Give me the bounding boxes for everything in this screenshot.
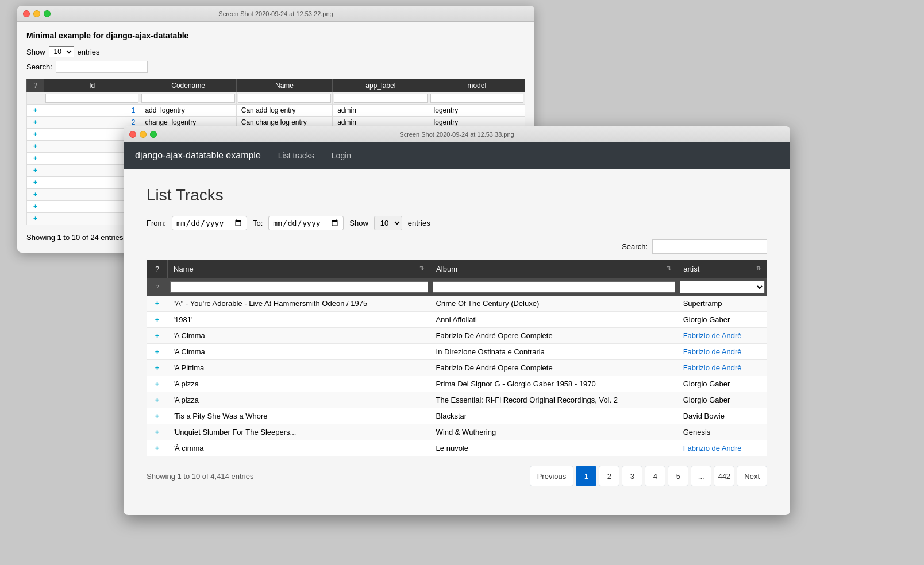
track-name-cell-6: 'A pizza bbox=[168, 392, 430, 408]
plus-btn-back-5[interactable]: + bbox=[27, 165, 44, 177]
next-btn-front[interactable]: Next bbox=[737, 466, 767, 486]
pagination-large: Previous 1 2 3 4 5 ... 442 Next bbox=[530, 466, 767, 486]
album-cell-7: Blackstar bbox=[430, 408, 677, 424]
filter-id-input[interactable] bbox=[45, 94, 138, 103]
album-cell-9: Le nuvole bbox=[430, 440, 677, 456]
artist-cell-text-6: Giorgio Gaber bbox=[683, 396, 730, 404]
maximize-button-front[interactable] bbox=[150, 131, 157, 138]
main-filter-artist-cell bbox=[677, 278, 767, 296]
maximize-button-back[interactable] bbox=[44, 10, 51, 17]
filter-model-input[interactable] bbox=[430, 94, 523, 103]
plus-btn-main-3[interactable]: + bbox=[147, 344, 168, 360]
album-col-header[interactable]: Album ⇅ bbox=[430, 260, 677, 278]
close-button-back[interactable] bbox=[23, 10, 30, 17]
plus-btn-back-2[interactable]: + bbox=[27, 129, 44, 141]
artist-link-2[interactable]: Fabrizio de Andrè bbox=[683, 331, 742, 340]
main-table-row: + 'A pizza Prima Del Signor G - Giorgio … bbox=[147, 376, 767, 392]
table-row: + 1 add_logentry Can add log entry admin… bbox=[27, 105, 525, 117]
main-table-row: + 'Tis a Pity She Was a Whore Blackstar … bbox=[147, 408, 767, 424]
nav-link-list-tracks[interactable]: List tracks bbox=[278, 151, 314, 160]
name-col-header-front[interactable]: Name ⇅ bbox=[168, 260, 430, 278]
close-button-front[interactable] bbox=[129, 131, 136, 138]
main-table-row: + 'A pizza The Essential: Ri-Fi Record O… bbox=[147, 392, 767, 408]
plus-btn-back-6[interactable]: + bbox=[27, 177, 44, 189]
main-filter-artist-select[interactable] bbox=[680, 281, 765, 293]
track-name-cell-2: 'A Cimma bbox=[168, 328, 430, 344]
plus-btn-main-9[interactable]: + bbox=[147, 440, 168, 456]
main-filter-q-cell: ? bbox=[147, 278, 168, 296]
showing-text-back: Showing 1 to 10 of 24 entries bbox=[26, 233, 123, 242]
track-name-cell-3: 'A Cimma bbox=[168, 344, 430, 360]
track-name-cell-0: "A" - You're Adorable - Live At Hammersm… bbox=[168, 296, 430, 312]
filter-codename-input[interactable] bbox=[141, 94, 234, 103]
prev-btn-front[interactable]: Previous bbox=[530, 466, 574, 486]
page-btn-2[interactable]: 2 bbox=[599, 466, 619, 486]
page-btn-ellipsis: ... bbox=[691, 466, 711, 486]
main-table-row: + '1981' Anni Affollati Giorgio Gaber bbox=[147, 312, 767, 328]
to-date-input[interactable] bbox=[268, 216, 344, 230]
plus-btn-back-0[interactable]: + bbox=[27, 105, 44, 117]
main-filter-row: ? bbox=[147, 278, 767, 296]
entries-label-front: entries bbox=[408, 219, 430, 227]
search-input-front[interactable] bbox=[652, 239, 767, 254]
album-cell-3: In Direzione Ostinata e Contraria bbox=[430, 344, 677, 360]
page-btn-4[interactable]: 4 bbox=[645, 466, 665, 486]
artist-link-3[interactable]: Fabrizio de Andrè bbox=[683, 347, 742, 356]
plus-btn-main-4[interactable]: + bbox=[147, 360, 168, 376]
artist-cell-9: Fabrizio de Andrè bbox=[677, 440, 767, 456]
artist-cell-1: Giorgio Gaber bbox=[677, 312, 767, 328]
page-btn-442[interactable]: 442 bbox=[714, 466, 734, 486]
applabel-cell-0: admin bbox=[333, 105, 429, 117]
search-input-back[interactable] bbox=[56, 61, 148, 73]
artist-cell-2: Fabrizio de Andrè bbox=[677, 328, 767, 344]
plus-btn-main-7[interactable]: + bbox=[147, 408, 168, 424]
plus-btn-main-0[interactable]: + bbox=[147, 296, 168, 312]
plus-btn-back-3[interactable]: + bbox=[27, 141, 44, 153]
model-col-header: model bbox=[429, 79, 525, 92]
artist-cell-text-7: David Bowie bbox=[683, 412, 725, 420]
plus-btn-back-1[interactable]: + bbox=[27, 117, 44, 129]
minimize-button-back[interactable] bbox=[33, 10, 40, 17]
window-front: Screen Shot 2020-09-24 at 12.53.38.png d… bbox=[124, 126, 790, 515]
plus-btn-back-7[interactable]: + bbox=[27, 189, 44, 201]
artist-cell-text-8: Genesis bbox=[683, 428, 711, 436]
main-filter-album-input[interactable] bbox=[433, 281, 675, 293]
q-col-header-back: ? bbox=[27, 79, 44, 92]
filter-row-back bbox=[27, 92, 525, 105]
artist-link-4[interactable]: Fabrizio de Andrè bbox=[683, 363, 742, 372]
page-title: List Tracks bbox=[147, 186, 767, 204]
main-filter-name-input[interactable] bbox=[170, 281, 428, 293]
showing-text-front: Showing 1 to 10 of 4,414 entries bbox=[147, 472, 253, 481]
track-name-cell-1: '1981' bbox=[168, 312, 430, 328]
artist-link-9[interactable]: Fabrizio de Andrè bbox=[683, 444, 742, 452]
page-btn-5[interactable]: 5 bbox=[668, 466, 688, 486]
traffic-lights-back bbox=[23, 10, 51, 17]
nav-link-login[interactable]: Login bbox=[332, 151, 351, 160]
filter-applabel-input[interactable] bbox=[334, 94, 427, 103]
plus-btn-main-6[interactable]: + bbox=[147, 392, 168, 408]
plus-btn-back-4[interactable]: + bbox=[27, 153, 44, 165]
plus-btn-back-9[interactable]: + bbox=[27, 213, 44, 225]
minimize-button-front[interactable] bbox=[140, 131, 147, 138]
plus-btn-main-1[interactable]: + bbox=[147, 312, 168, 328]
search-right: Search: bbox=[147, 239, 767, 254]
plus-btn-main-8[interactable]: + bbox=[147, 424, 168, 440]
plus-btn-main-2[interactable]: + bbox=[147, 328, 168, 344]
artist-col-header[interactable]: artist ⇅ bbox=[677, 260, 767, 278]
filter-name-input[interactable] bbox=[238, 94, 331, 103]
page-btn-3[interactable]: 3 bbox=[622, 466, 642, 486]
navbar-brand: django-ajax-datatable example bbox=[135, 150, 261, 161]
main-filter-name-cell bbox=[168, 278, 430, 296]
artist-cell-6: Giorgio Gaber bbox=[677, 392, 767, 408]
page-btn-1[interactable]: 1 bbox=[576, 466, 596, 486]
model-cell-0: logentry bbox=[429, 105, 525, 117]
from-date-input[interactable] bbox=[172, 216, 247, 230]
show-select-back[interactable]: 10 25 50 bbox=[49, 46, 74, 57]
show-select-front[interactable]: 10 25 50 bbox=[374, 216, 402, 230]
codename-cell-0: add_logentry bbox=[140, 105, 236, 117]
main-table-row: + 'À çimma Le nuvole Fabrizio de Andrè bbox=[147, 440, 767, 456]
plus-btn-back-8[interactable]: + bbox=[27, 201, 44, 213]
plus-btn-main-5[interactable]: + bbox=[147, 376, 168, 392]
main-content: List Tracks From: To: Show 10 25 50 entr… bbox=[124, 169, 790, 515]
name-sort-icon: ⇅ bbox=[419, 265, 424, 271]
